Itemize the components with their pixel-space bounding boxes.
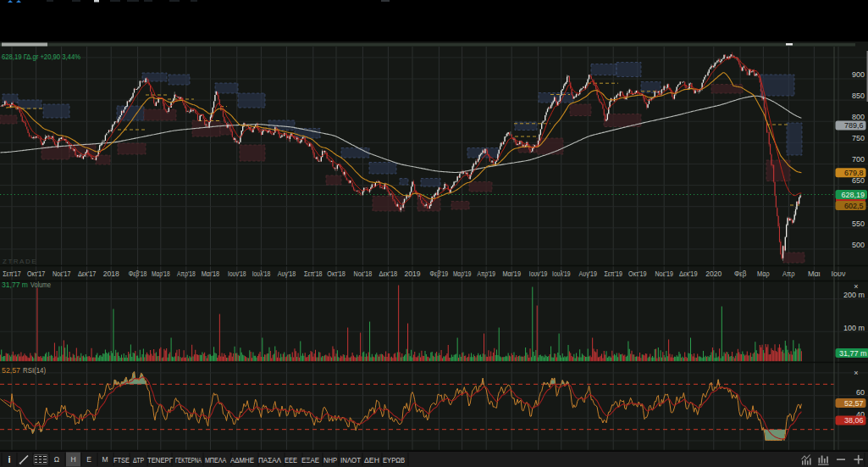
svg-text:ΕΕΕ: ΕΕΕ	[285, 456, 297, 464]
svg-text:800: 800	[852, 113, 865, 121]
svg-text:2018: 2018	[103, 270, 119, 278]
svg-text:Ιουν: Ιουν	[832, 270, 846, 278]
svg-text:679,8: 679,8	[844, 169, 864, 177]
svg-text:Νοε'18: Νοε'18	[354, 270, 373, 278]
svg-text:ΕΥΡΩΒ: ΕΥΡΩΒ	[383, 456, 405, 464]
svg-text:Δεκ'19: Δεκ'19	[679, 270, 698, 278]
svg-text:Φεβ'19: Φεβ'19	[430, 270, 449, 278]
svg-text:Σεπ'18: Σεπ'18	[304, 270, 323, 278]
svg-text:ΜΠΕΛΑ: ΜΠΕΛΑ	[205, 456, 227, 464]
svg-text:Ιουλ'19: Ιουλ'19	[552, 270, 571, 278]
svg-text:Δεκ'18: Δεκ'18	[379, 270, 398, 278]
svg-text:52,57: 52,57	[844, 399, 864, 408]
svg-text:Μαι'19: Μαι'19	[503, 270, 522, 278]
svg-text:Νοε'17: Νοε'17	[53, 270, 71, 278]
svg-text:ΤΕΝΕΡΓ: ΤΕΝΕΡΓ	[147, 456, 173, 464]
svg-text:ΝΗΡ: ΝΗΡ	[323, 456, 337, 464]
svg-text:31,77 m: 31,77 m	[2, 281, 28, 289]
svg-text:700: 700	[852, 155, 865, 164]
svg-text:602,5: 602,5	[844, 202, 864, 210]
svg-text:Οκτ'19: Οκτ'19	[628, 270, 647, 278]
svg-text:Απρ'18: Απρ'18	[177, 270, 196, 278]
svg-text:Αυγ'18: Αυγ'18	[278, 270, 296, 278]
svg-text:2019: 2019	[405, 270, 421, 278]
svg-text:ΔΕΗ: ΔΕΗ	[364, 456, 379, 464]
svg-text:900: 900	[852, 70, 865, 79]
svg-text:38,06: 38,06	[844, 416, 864, 425]
svg-text:Η: Η	[70, 455, 75, 464]
svg-text:2020: 2020	[705, 270, 721, 278]
svg-text:Μαι: Μαι	[808, 270, 821, 278]
svg-text:750: 750	[852, 134, 865, 142]
svg-text:Ιουν'18: Ιουν'18	[228, 270, 246, 278]
svg-text:650: 650	[852, 176, 865, 185]
svg-text:Φεβ'18: Φεβ'18	[129, 270, 147, 278]
svg-text:500: 500	[852, 241, 865, 249]
svg-text:Μαι'18: Μαι'18	[202, 270, 220, 278]
svg-text:ZTRADE: ZTRADE	[3, 258, 37, 265]
svg-text:60: 60	[856, 388, 865, 397]
svg-text:RSI(14): RSI(14)	[23, 366, 46, 375]
svg-text:200 m: 200 m	[843, 291, 865, 299]
svg-text:100 m: 100 m	[843, 324, 865, 332]
svg-text:Μαρ: Μαρ	[757, 270, 770, 278]
svg-text:Απρ'19: Απρ'19	[478, 270, 496, 278]
svg-text:×: ×	[854, 282, 858, 291]
svg-text:628,19 ΓΔ.gr +20,90 3,44%: 628,19 ΓΔ.gr +20,90 3,44%	[2, 52, 80, 61]
svg-text:ΑΔΜΗΕ: ΑΔΜΗΕ	[230, 456, 254, 464]
svg-text:Αυγ'19: Αυγ'19	[579, 270, 598, 278]
svg-text:Νοε'19: Νοε'19	[655, 270, 673, 278]
svg-text:Μαρ'19: Μαρ'19	[453, 270, 472, 278]
svg-text:FTSE: FTSE	[113, 456, 130, 464]
svg-text:Φεβ: Φεβ	[734, 270, 747, 278]
svg-text:Απρ: Απρ	[782, 270, 795, 278]
svg-text:ΠΑΣΑΛ: ΠΑΣΑΛ	[258, 456, 281, 464]
svg-text:×: ×	[854, 369, 858, 377]
svg-text:Ε: Ε	[86, 455, 91, 464]
svg-text:52,57: 52,57	[2, 366, 20, 375]
svg-text:Οκτ'17: Οκτ'17	[27, 270, 46, 278]
svg-text:31,77 m: 31,77 m	[839, 349, 867, 358]
svg-text:ΙΝΛΟΤ: ΙΝΛΟΤ	[340, 456, 361, 464]
svg-text:ΕΞΑΕ: ΕΞΑΕ	[301, 456, 319, 464]
svg-text:Οκτ'18: Οκτ'18	[327, 270, 346, 278]
svg-text:850: 850	[852, 92, 865, 100]
svg-text:Σεπ'17: Σεπ'17	[3, 270, 21, 278]
svg-text:Ιουν'19: Ιουν'19	[529, 270, 548, 278]
svg-text:789,6: 789,6	[844, 121, 864, 130]
svg-text:i: i	[8, 454, 10, 464]
svg-text:Μ: Μ	[102, 455, 108, 464]
svg-text:Σεπ'19: Σεπ'19	[604, 270, 622, 278]
svg-text:ΓΕΚΤΕΡΝΑ: ΓΕΚΤΕΡΝΑ	[175, 456, 202, 464]
svg-text:ΔΤΡ: ΔΤΡ	[133, 456, 144, 464]
svg-text:Volume: Volume	[30, 281, 51, 289]
svg-text:Μαρ'18: Μαρ'18	[152, 270, 170, 278]
svg-text:Ιουλ'18: Ιουλ'18	[252, 270, 271, 278]
svg-text:550: 550	[852, 220, 865, 228]
svg-text:Δεκ'17: Δεκ'17	[78, 270, 97, 278]
svg-text:628,19: 628,19	[841, 191, 865, 199]
svg-text:Ω: Ω	[54, 455, 59, 464]
